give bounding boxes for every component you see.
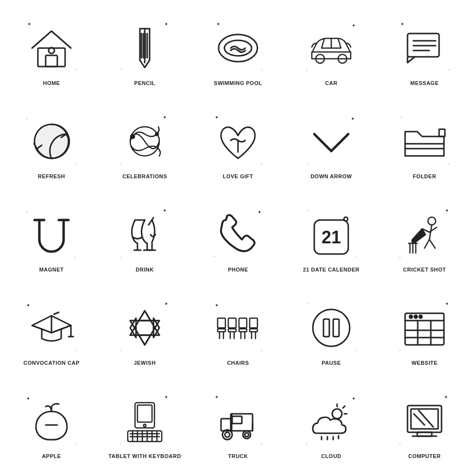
svg-point-107 [225, 432, 230, 437]
svg-line-42 [429, 239, 435, 248]
message-label: MESSAGE [410, 80, 439, 86]
date-calender-label: 21 DATE CALENDER [303, 267, 360, 272]
svg-rect-80 [333, 319, 339, 337]
icon-cell-home: ✦ · HOME [5, 5, 98, 98]
jewish-icon: ✦ · [116, 299, 174, 357]
icon-cell-convocation-cap: ✦ · CONVOCATION CAP [5, 285, 98, 378]
tablet-keyboard-label: TABLET WITH KEYBOARD [108, 453, 181, 459]
icon-cell-phone: ✦ · PHONE [191, 191, 285, 285]
icon-cell-folder: · · FOLDER [378, 98, 471, 191]
svg-point-83 [409, 315, 412, 318]
folder-label: FOLDER [413, 173, 436, 179]
icon-cell-jewish: ✦ · JEWISH [98, 285, 191, 378]
truck-icon: ✦ · [209, 392, 267, 450]
svg-point-112 [332, 409, 342, 419]
svg-line-123 [419, 410, 433, 427]
date-calender-icon: · · 21 [302, 205, 360, 264]
love-gift-label: LOVE GIFT [223, 173, 254, 179]
car-label: CAR [325, 80, 337, 86]
pause-label: PAUSE [322, 360, 341, 366]
icon-cell-apple: ✦ · APPLE [5, 378, 98, 471]
svg-marker-53 [139, 335, 151, 345]
phone-icon: ✦ · [209, 205, 267, 264]
svg-rect-74 [250, 318, 257, 328]
drink-label: DRINK [136, 267, 153, 272]
pencil-icon: ✦ · [116, 19, 174, 77]
computer-label: COMPUTER [408, 453, 441, 459]
icon-cell-tablet-keyboard: ✦ · TABLET WITH KEYBOARD [98, 378, 191, 471]
magnet-label: MAGNET [39, 267, 64, 272]
icon-cell-down-arrow: ✦ · DOWN ARROW [285, 98, 378, 191]
svg-rect-67 [228, 329, 236, 332]
website-icon: ✦ · [395, 299, 454, 357]
icon-cell-pause: · · PAUSE [285, 285, 378, 378]
cloud-label: CLOUD [321, 453, 341, 459]
svg-point-106 [243, 431, 251, 439]
svg-point-78 [313, 309, 350, 346]
svg-rect-66 [228, 318, 236, 328]
svg-rect-71 [239, 329, 247, 332]
cricket-shot-label: CRICKET SHOT [403, 267, 446, 272]
celebrations-icon: ✦ · [116, 112, 174, 170]
svg-rect-27 [439, 129, 445, 136]
phone-label: PHONE [228, 267, 248, 272]
svg-point-37 [428, 217, 436, 225]
svg-point-85 [419, 315, 422, 318]
svg-line-51 [54, 312, 59, 314]
convocation-cap-icon: ✦ · [22, 299, 81, 357]
refresh-label: REFRESH [38, 173, 65, 179]
swimming-pool-label: SWIMMING POOL [214, 80, 262, 86]
pencil-label: PENCIL [134, 80, 155, 86]
celebrations-label: CELEBRATIONS [122, 173, 167, 179]
icon-cell-chairs: ✦ · CHAIRS [191, 285, 285, 378]
icon-cell-message: ✦ · MESSAGE [378, 5, 471, 98]
svg-text:21: 21 [322, 227, 341, 247]
truck-label: TRUCK [228, 453, 248, 459]
down-arrow-label: DOWN ARROW [310, 173, 352, 179]
jewish-label: JEWISH [134, 360, 155, 366]
svg-point-22 [131, 135, 135, 138]
svg-rect-0 [38, 48, 65, 67]
chairs-label: CHAIRS [227, 360, 249, 366]
refresh-icon: · · [22, 112, 81, 170]
icon-cell-magnet: · · MAGNET [5, 191, 98, 285]
home-icon: ✦ · [22, 19, 81, 77]
message-icon: ✦ · [395, 19, 454, 77]
car-icon: ✦ · [302, 19, 360, 77]
drink-icon: ✦ · [116, 205, 174, 264]
icon-cell-computer: ✦ · COMPUTER [378, 378, 471, 471]
svg-point-84 [414, 315, 417, 318]
icon-cell-car: ✦ · CAR [285, 5, 378, 98]
icon-grid: ✦ · HOME ✦ · [0, 0, 476, 476]
svg-rect-121 [411, 409, 438, 429]
svg-marker-52 [139, 311, 151, 321]
magnet-icon: · · [22, 205, 81, 264]
svg-rect-62 [218, 318, 225, 328]
svg-rect-70 [239, 318, 247, 328]
convocation-cap-label: CONVOCATION CAP [23, 360, 79, 366]
svg-rect-63 [218, 329, 225, 332]
svg-rect-75 [250, 329, 257, 332]
apple-label: APPLE [42, 453, 61, 459]
icon-cell-website: ✦ · WEBSITE [378, 285, 471, 378]
svg-point-93 [144, 425, 146, 427]
cloud-icon: ✦ · [302, 392, 360, 450]
svg-line-41 [425, 239, 429, 248]
svg-rect-79 [323, 319, 329, 337]
icon-cell-cloud: ✦ · CLOUD [285, 378, 378, 471]
folder-icon: · · [395, 112, 454, 170]
tablet-keyboard-icon: ✦ · [116, 392, 174, 450]
icon-cell-pencil: ✦ · PENCIL [98, 5, 191, 98]
cricket-shot-icon: ✦ · [395, 205, 454, 264]
icon-cell-swimming-pool: ✦ · SWIMMING POOL [191, 5, 285, 98]
svg-line-114 [343, 406, 345, 408]
swimming-pool-icon: ✦ · [209, 19, 267, 77]
pause-icon: · · [302, 299, 360, 357]
home-label: HOME [43, 80, 60, 86]
icon-cell-date-calender: · · 21 21 DATE CALENDER [285, 191, 378, 285]
svg-point-108 [245, 433, 249, 437]
icon-cell-truck: ✦ · TRUCK [191, 378, 285, 471]
down-arrow-icon: ✦ · [302, 112, 360, 170]
love-gift-icon: ✦ · [209, 112, 267, 170]
chairs-icon: ✦ · [209, 299, 267, 357]
